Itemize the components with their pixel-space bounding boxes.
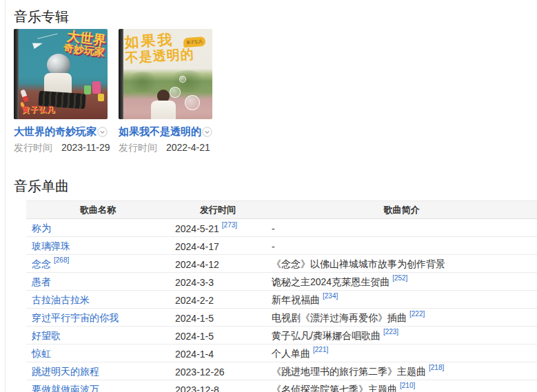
release-date-value: 2024-4-12 [175,258,219,269]
albums-row: 大世界 奇妙玩家 黄子弘凡 大世界的奇妙玩家 [14,29,537,154]
song-description: 《名侦探学院第七季》主题曲 [272,383,397,392]
reference-link[interactable]: [210] [400,382,415,389]
rocket-icon [20,89,29,102]
song-link[interactable]: 好望歌 [32,329,61,340]
cover-toy-building [98,94,104,101]
release-label: 发行时间 [119,142,157,153]
release-date-value: 2024-1-5 [175,330,214,341]
song-description: 《念念》以佛山禅城城市故事为创作背景 [272,258,445,269]
cd-case-spine [14,29,19,119]
table-row: 惊虹 2024-1-4 个人单曲[221] [26,344,537,362]
reference-link[interactable]: [222] [409,310,425,318]
singles-section-title: 音乐单曲 [14,178,537,194]
table-row: 好望歌 2024-1-5 黄子弘凡/龚琳娜合唱歌曲[223] [26,327,537,344]
column-header-release-date: 发行时间 [170,201,266,219]
music-section: 音乐专辑 大世界 奇妙玩家 黄子弘凡 [0,0,537,392]
cover-artist-signature: 黄子弘凡 [183,37,206,48]
release-date-value: 2024-3-3 [175,276,214,287]
song-description: 黄子弘凡/龚琳娜合唱歌曲 [272,329,381,340]
release-date-value: 2024-4-17 [175,240,219,251]
cover-decoration-trail [37,33,57,39]
release-date-value: 2024-1-4 [175,348,214,359]
table-row: 古拉油古拉米 2024-2-2 新年祝福曲[234] [26,291,537,309]
album-release-line: 发行时间 2022-4-21 [119,142,212,154]
release-date: 2022-4-21 [166,142,210,153]
column-header-song-intro: 歌曲简介 [266,201,537,219]
column-header-song-name: 歌曲名称 [26,201,170,219]
album-title-link[interactable]: 大世界的奇妙玩家 [14,125,97,138]
albums-section-title: 音乐专辑 [14,9,537,24]
reference-link[interactable]: [273] [222,221,237,229]
release-date-value: 2024-1-5 [175,312,214,323]
reference-link[interactable]: [234] [323,292,338,300]
cover-bubble [185,95,200,110]
cover-bubble [179,76,186,83]
reference-link[interactable]: [223] [383,328,398,336]
release-date: 2023-11-29 [61,142,110,153]
song-description: 新年祝福曲 [272,293,320,305]
cd-case-spine [119,29,123,119]
release-label: 发行时间 [14,142,52,153]
song-link[interactable]: 称为 [32,222,51,233]
table-row: 跳进明天的旅程 2023-12-26 《跳进地理书的旅行第二季》主题曲[218] [26,362,537,380]
paper-plane-icon [32,40,43,49]
cover-title-art: 如果我 不是透明的 [124,30,210,65]
song-description: 诡秘之主2024克莱恩生贺曲 [272,276,389,287]
cover-tree-foliage [125,72,160,92]
table-row: 称为 2024-5-21[273] - [26,219,537,237]
song-link[interactable]: 玻璃弹珠 [32,240,70,251]
song-link[interactable]: 念念 [32,258,51,269]
song-description: 《跳进地理书的旅行第二季》主题曲 [272,365,426,376]
song-description: 个人单曲 [272,347,310,358]
cover-bubble [170,87,181,98]
song-link[interactable]: 穿过平行宇宙的你我 [32,311,119,322]
song-link[interactable]: 愚者 [32,276,51,287]
table-row: 愚者 2024-3-3 诡秘之主2024克莱恩生贺曲[252] [26,273,537,291]
song-link[interactable]: 要做就做南波万 [32,383,99,392]
reference-link[interactable]: [268] [54,256,69,264]
table-row: 穿过平行宇宙的你我 2024-1-5 电视剧《漂洋过海再爱你》插曲[222] [26,309,537,327]
song-description: 电视剧《漂洋过海再爱你》插曲 [272,311,407,322]
release-date-value: 2024-5-21 [175,223,219,234]
song-link[interactable]: 跳进明天的旅程 [32,365,99,376]
song-link[interactable]: 古拉油古拉米 [32,293,90,305]
album-title-link[interactable]: 如果我不是透明的 [119,125,201,138]
cover-toy-building [92,81,101,94]
cover-artist-signature: 黄子弘凡 [22,105,55,115]
release-date-value: 2023-12-8 [175,384,219,392]
release-date-value: 2023-12-26 [175,366,225,377]
song-description: - [272,223,275,234]
song-description: - [272,240,275,251]
chevron-down-icon[interactable] [202,127,212,137]
reference-link[interactable]: [221] [313,346,328,353]
cover-figure-body [151,101,176,119]
album-card: 大世界 奇妙玩家 黄子弘凡 大世界的奇妙玩家 [14,29,108,154]
table-row: 要做就做南波万 2023-12-8 《名侦探学院第七季》主题曲[210] [26,380,537,392]
chevron-down-icon[interactable] [97,127,108,137]
left-divider [5,0,6,392]
song-link[interactable]: 惊虹 [32,347,51,358]
album-release-line: 发行时间 2023-11-29 [14,142,108,154]
album-cover-image[interactable]: 大世界 奇妙玩家 黄子弘凡 [14,29,108,119]
table-row: 玻璃弹珠 2024-4-17 - [26,237,537,255]
reference-link[interactable]: [252] [392,274,407,282]
release-date-value: 2024-2-2 [175,294,214,305]
cover-title-art: 大世界 奇妙玩家 [56,29,107,58]
table-header-row: 歌曲名称 发行时间 歌曲简介 [26,201,537,219]
reference-link[interactable]: [218] [429,364,444,371]
album-card: 如果我 不是透明的 黄子弘凡 如果我不是透明的 [119,29,212,154]
singles-table: 歌曲名称 发行时间 歌曲简介 称为 2024-5-21[273] - 玻璃弹珠 … [26,200,537,392]
cover-toy-building [84,85,91,94]
table-row: 念念[268] 2024-4-12 《念念》以佛山禅城城市故事为创作背景 [26,255,537,273]
album-cover-image[interactable]: 如果我 不是透明的 黄子弘凡 [119,29,212,119]
